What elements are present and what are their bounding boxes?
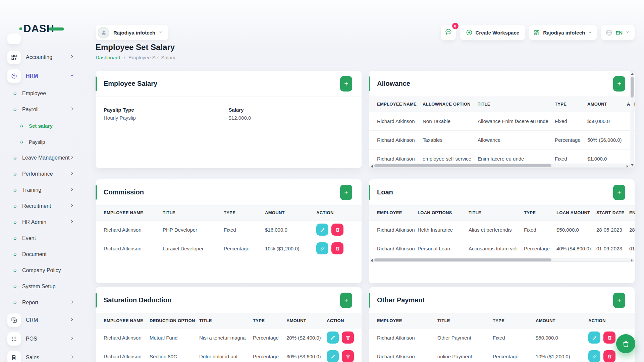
chevron-right-icon <box>70 155 74 161</box>
sidebar-item-hr-admin[interactable]: HR Admin <box>0 214 88 230</box>
add-button[interactable]: + <box>340 293 352 308</box>
sidebar-item-accounting[interactable]: Accounting <box>0 48 88 67</box>
edit-button[interactable] <box>327 350 339 362</box>
bullet-icon <box>13 268 17 273</box>
bullet-icon <box>20 140 24 144</box>
sidebar-item-recruitment[interactable]: Recruitment <box>0 198 88 214</box>
table-cell: Mutual Fund <box>146 328 196 347</box>
bullet-icon <box>13 172 17 176</box>
field-value: $12,000.0 <box>229 115 354 121</box>
field-label: Payslip Type <box>104 107 229 113</box>
table-cell: Nisi a tenetur magna <box>196 328 250 347</box>
table-cell: Richard Atkinson <box>369 239 414 258</box>
table-row: Richard AtkinsonLaravel DeveloperPercent… <box>96 239 362 258</box>
delete-button[interactable] <box>331 224 343 236</box>
sidebar-scrolled-item-icon[interactable] <box>7 34 21 44</box>
sidebar-item-set-salary[interactable]: Set salary <box>0 118 88 134</box>
edit-button[interactable] <box>316 242 328 254</box>
table-cell: Fixed <box>220 220 262 239</box>
table-cell: 28-05-2023 <box>593 220 626 239</box>
sidebar-item-label: HRM <box>26 73 38 79</box>
vertical-scrollbar[interactable] <box>630 71 634 168</box>
edit-button[interactable] <box>327 331 339 344</box>
column-header-amount: AMOUNT <box>584 97 624 112</box>
table-cell: Richard Atkinson <box>96 220 159 239</box>
sidebar-item-crm[interactable]: CRM <box>0 311 88 329</box>
workspace-grid-icon <box>534 29 540 36</box>
sidebar-item-payroll[interactable]: Payroll <box>0 102 88 118</box>
bullet-icon <box>13 204 17 208</box>
header-actions: 0 Create Workspace Rajodiya infotech <box>441 25 635 40</box>
column-header-start-date: START DATE <box>593 205 626 220</box>
sidebar-item-label: Performance <box>22 171 53 177</box>
add-button[interactable]: + <box>613 293 625 308</box>
delete-button[interactable] <box>342 331 354 344</box>
bullet-icon <box>13 156 17 160</box>
field-value: Hourly Payslip <box>104 115 229 121</box>
add-button[interactable]: + <box>340 185 352 200</box>
column-header-employee: EMPLOYEE <box>369 205 414 220</box>
sidebar-item-company-policy[interactable]: Company Policy <box>0 262 88 279</box>
sidebar-item-leave-management[interactable]: Leave Management <box>0 150 88 166</box>
commission-table: EMPLOYEE NAMETITLETYPEAMOUNTACTIONRichar… <box>96 205 362 258</box>
edit-button[interactable] <box>588 350 600 362</box>
workspace-switcher-label: Rajodiya infotech <box>543 30 585 36</box>
sidebar-item-pos[interactable]: POS <box>0 329 88 348</box>
app-logo[interactable]: DASH <box>19 23 64 35</box>
create-workspace-button[interactable]: Create Workspace <box>460 25 526 40</box>
sidebar-item-payslip[interactable]: Payslip <box>0 134 88 150</box>
table-cell: Richard Atkinson <box>369 220 414 239</box>
sidebar-item-system-setup[interactable]: System Setup <box>0 279 88 295</box>
delete-button[interactable] <box>603 331 615 344</box>
add-button[interactable]: + <box>613 185 625 200</box>
column-header-deduction-option: DEDUCTION OPTION <box>146 313 196 328</box>
bullet-icon <box>13 236 17 240</box>
card-title: Saturation Deduction <box>104 296 171 304</box>
delete-button[interactable] <box>603 350 615 362</box>
workspace-current-label: Rajodiya infotech <box>113 30 155 36</box>
sidebar-item-hrm[interactable]: HRM <box>0 67 88 85</box>
edit-button[interactable] <box>588 331 600 344</box>
sidebar-item-training[interactable]: Training <box>0 182 88 198</box>
sidebar-item-label: POS <box>26 336 37 342</box>
horizontal-scrollbar[interactable] <box>370 164 630 168</box>
delete-button[interactable] <box>331 242 343 254</box>
sidebar-item-report[interactable]: Report <box>0 295 88 311</box>
bullet-icon <box>13 108 17 112</box>
sidebar-item-document[interactable]: Document <box>0 246 88 262</box>
document-icon <box>7 351 21 362</box>
action-cell <box>323 347 362 362</box>
card-title: Employee Salary <box>104 80 157 87</box>
sidebar-item-sales[interactable]: Sales <box>0 348 88 362</box>
breadcrumb-dashboard-link[interactable]: Dashboard <box>96 55 120 60</box>
messages-button[interactable]: 0 <box>441 25 456 40</box>
sidebar-item-employee[interactable]: Employee <box>0 85 88 102</box>
table-cell: Fixed <box>521 220 553 239</box>
language-selector[interactable]: EN <box>601 25 635 40</box>
bullet-icon <box>13 285 17 289</box>
table-cell: 30% ($3,600.0) <box>283 347 323 362</box>
column-header-employee-name: EMPLOYEE NAME <box>96 205 159 220</box>
sidebar-item-performance[interactable]: Performance <box>0 166 88 182</box>
table-cell: Personal Loan <box>414 239 465 258</box>
shopping-bag-fab-button[interactable] <box>616 334 635 353</box>
table-cell: Percentage <box>250 328 283 347</box>
table-cell: Dolor dolor id aut <box>196 347 250 362</box>
sidebar-item-label: Leave Management <box>22 155 69 161</box>
edit-button[interactable] <box>316 224 328 236</box>
sidebar-item-event[interactable]: Event <box>0 230 88 246</box>
horizontal-scrollbar[interactable] <box>370 258 634 262</box>
add-button[interactable]: + <box>340 76 352 92</box>
delete-button[interactable] <box>342 350 354 362</box>
column-header-title: TITLE <box>474 97 551 112</box>
workspace-switcher-button[interactable]: Rajodiya infotech <box>529 25 597 40</box>
logo-dash-icon <box>49 27 64 31</box>
sidebar-item-label: Set salary <box>29 123 53 129</box>
add-button[interactable]: + <box>613 76 625 92</box>
workspace-current-button[interactable]: Rajodiya infotech <box>96 25 168 40</box>
table-cell: 01-0 <box>626 239 635 258</box>
grid-plus-icon <box>7 51 21 64</box>
column-header-amount: AMOUNT <box>532 313 585 328</box>
sidebar-item-label: Sales <box>26 355 39 361</box>
chevron-right-icon <box>70 317 74 323</box>
